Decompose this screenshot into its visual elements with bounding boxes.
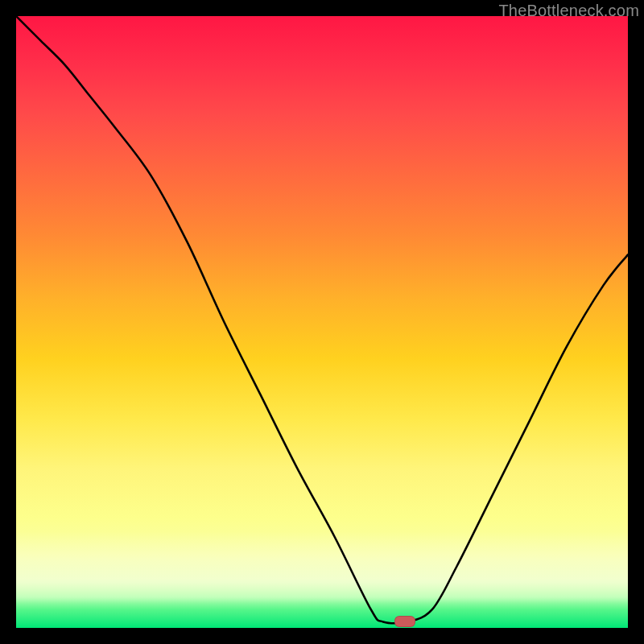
- chart-frame: TheBottleneck.com: [0, 0, 644, 644]
- bottleneck-curve: [16, 16, 628, 628]
- minimum-marker: [394, 616, 415, 627]
- plot-area: [16, 16, 628, 628]
- pale-band: [16, 531, 628, 604]
